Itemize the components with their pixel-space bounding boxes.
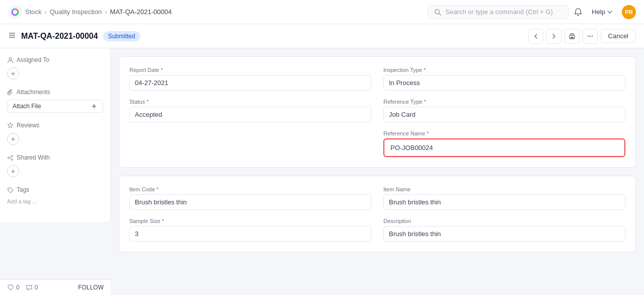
next-button[interactable] <box>546 29 561 44</box>
form-grid-1: Report Date * 04-27-2021 Inspection Type… <box>129 67 625 157</box>
print-icon <box>569 33 576 40</box>
item-name-value[interactable]: Brush bristles thin <box>383 194 625 210</box>
inspection-type-field: Inspection Type * In Process <box>383 67 625 91</box>
chevron-left-icon <box>532 33 539 40</box>
svg-point-15 <box>12 159 13 160</box>
reference-name-label: Reference Name * <box>383 130 625 136</box>
breadcrumb: Stock › Quality Inspection › MAT-QA-2021… <box>25 8 172 16</box>
notifications-button[interactable] <box>574 8 583 17</box>
search-box[interactable]: Search or type a command (Ctrl + G) <box>428 5 569 19</box>
reference-name-value[interactable]: PO-JOB00024 <box>385 140 623 155</box>
svg-point-11 <box>9 57 12 60</box>
status-required: * <box>146 99 148 105</box>
add-assigned-to-button[interactable]: + <box>7 67 19 80</box>
reference-name-field: Reference Name * PO-JOB00024 <box>383 130 625 157</box>
status-value[interactable]: Accepted <box>129 107 371 122</box>
comment-button[interactable]: 0 <box>26 284 38 291</box>
sidebar-toggle-button[interactable] <box>8 31 16 41</box>
sample-size-required: * <box>162 218 164 224</box>
sample-size-value[interactable]: 3 <box>129 226 371 242</box>
page-header-right: Cancel <box>528 29 636 44</box>
reference-type-label: Reference Type * <box>383 99 625 105</box>
prev-button[interactable] <box>528 29 543 44</box>
breadcrumb-quality-inspection[interactable]: Quality Inspection <box>50 8 102 16</box>
item-name-field: Item Name Brush bristles thin <box>383 186 625 210</box>
sample-size-label: Sample Size * <box>129 218 371 224</box>
attach-file-label: Attach File <box>13 103 41 110</box>
form-grid-2: Item Code * Brush bristles thin Item Nam… <box>129 186 625 242</box>
form-card-1: Report Date * 04-27-2021 Inspection Type… <box>119 56 636 168</box>
inspection-type-label: Inspection Type * <box>383 67 625 73</box>
form-card-2: Item Code * Brush bristles thin Item Nam… <box>119 176 636 252</box>
plus-icon <box>91 103 98 110</box>
item-code-field: Item Code * Brush bristles thin <box>129 186 371 210</box>
add-shared-with-button[interactable]: + <box>7 165 19 177</box>
item-code-value[interactable]: Brush bristles thin <box>129 194 371 210</box>
hamburger-icon <box>8 31 16 39</box>
help-button[interactable]: Help <box>588 6 617 18</box>
status-label: Status * <box>129 99 371 105</box>
inspection-type-value[interactable]: In Process <box>383 75 625 91</box>
sidebar-section-tags: Tags Add a tag ... <box>7 186 103 205</box>
help-label: Help <box>592 8 605 16</box>
sidebar: Assigned To + Attachments Attach File <box>0 48 111 222</box>
shared-with-section-title: Shared With <box>7 154 103 161</box>
report-date-value[interactable]: 04-27-2021 <box>129 75 371 91</box>
like-count: 0 <box>16 284 20 291</box>
svg-point-10 <box>591 35 592 36</box>
reviews-section-title: Reviews <box>7 122 103 129</box>
main-content: Report Date * 04-27-2021 Inspection Type… <box>111 48 644 295</box>
add-review-button[interactable]: + <box>7 133 19 145</box>
svg-point-16 <box>8 157 10 159</box>
item-code-required: * <box>156 186 158 192</box>
chevron-down-icon <box>607 9 613 15</box>
page-header: MAT-QA-2021-00004 Submitted Cancel <box>0 24 644 48</box>
status-field: Status * Accepted <box>129 99 371 122</box>
reference-type-field: Reference Type * Job Card <box>383 99 625 122</box>
add-tag-label[interactable]: Add a tag ... <box>7 198 37 204</box>
sidebar-section-shared-with: Shared With + <box>7 154 103 177</box>
paperclip-icon <box>7 89 14 96</box>
description-label: Description <box>383 218 625 224</box>
page-header-left: MAT-QA-2021-00004 Submitted <box>8 31 140 41</box>
svg-line-17 <box>9 156 11 157</box>
report-date-label: Report Date * <box>129 67 371 73</box>
breadcrumb-stock[interactable]: Stock <box>25 8 42 16</box>
item-code-label: Item Code * <box>129 186 371 192</box>
reviews-label: Reviews <box>17 122 39 129</box>
svg-point-8 <box>587 35 588 36</box>
description-field: Description Brush bristles thin <box>383 218 625 242</box>
svg-point-0 <box>8 5 22 19</box>
reference-type-required: * <box>424 99 426 105</box>
breadcrumb-sep1: › <box>45 8 47 16</box>
assigned-to-section-title: Assigned To <box>7 56 103 63</box>
attachments-section-title: Attachments <box>7 89 103 96</box>
attach-file-button[interactable]: Attach File <box>7 100 103 113</box>
print-button[interactable] <box>565 29 580 44</box>
report-date-required: * <box>160 67 163 73</box>
assigned-to-label: Assigned To <box>17 56 49 63</box>
sidebar-section-attachments: Attachments Attach File <box>7 89 103 113</box>
tags-section-title: Tags <box>7 186 103 193</box>
sample-size-field: Sample Size * 3 <box>129 218 371 242</box>
share-icon <box>7 155 14 161</box>
attachments-label: Attachments <box>17 89 50 96</box>
reference-type-value[interactable]: Job Card <box>383 107 625 122</box>
comment-icon <box>26 284 33 291</box>
topnav: Stock › Quality Inspection › MAT-QA-2021… <box>0 0 644 24</box>
empty-cell <box>129 130 371 157</box>
description-value[interactable]: Brush bristles thin <box>383 226 625 242</box>
more-options-button[interactable] <box>583 29 598 44</box>
like-button[interactable]: 0 <box>7 284 20 291</box>
avatar: PR <box>622 5 636 19</box>
follow-button[interactable]: FOLLOW <box>78 284 104 291</box>
shared-with-label: Shared With <box>17 154 50 161</box>
sidebar-section-assigned-to: Assigned To + <box>7 56 103 80</box>
bell-icon <box>574 8 583 17</box>
svg-line-2 <box>439 13 441 15</box>
ellipsis-icon <box>587 33 594 40</box>
report-date-field: Report Date * 04-27-2021 <box>129 67 371 91</box>
svg-line-18 <box>9 158 11 159</box>
cancel-button[interactable]: Cancel <box>601 29 636 43</box>
breadcrumb-current: MAT-QA-2021-00004 <box>110 8 172 16</box>
